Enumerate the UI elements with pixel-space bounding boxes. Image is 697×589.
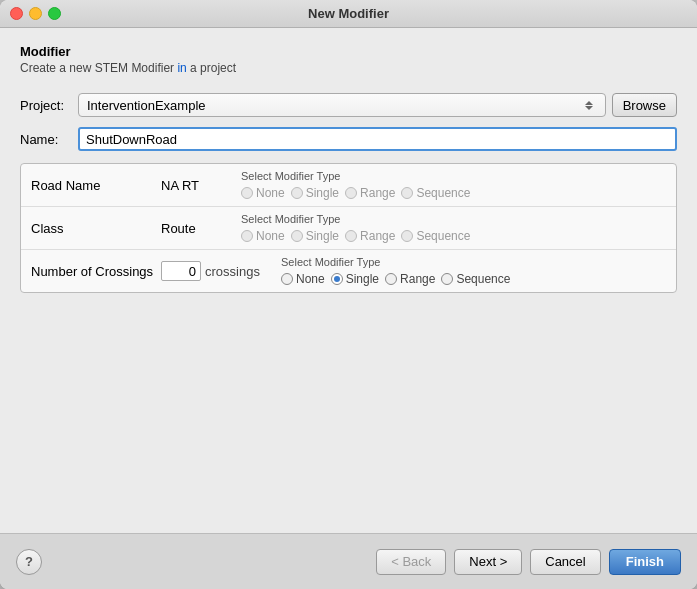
modifier-section-class: Select Modifier Type None Single Rang bbox=[241, 213, 666, 243]
radio-sequence-road[interactable]: Sequence bbox=[401, 186, 470, 200]
back-button[interactable]: < Back bbox=[376, 549, 446, 575]
table-row: Class Route Select Modifier Type None Si… bbox=[21, 207, 676, 250]
radio-label-none-class: None bbox=[256, 229, 285, 243]
main-window: New Modifier Modifier Create a new STEM … bbox=[0, 0, 697, 589]
radio-circle-none-class bbox=[241, 230, 253, 242]
crossings-suffix: crossings bbox=[205, 264, 260, 279]
desc-plain: Create a new STEM Modifier bbox=[20, 61, 177, 75]
radio-group-crossings: None Single Range Sequence bbox=[281, 272, 666, 286]
radio-label-single-crossings: Single bbox=[346, 272, 379, 286]
radio-none-crossings[interactable]: None bbox=[281, 272, 325, 286]
radio-circle-none-road bbox=[241, 187, 253, 199]
browse-button[interactable]: Browse bbox=[612, 93, 677, 117]
section-title: Modifier bbox=[20, 44, 677, 59]
radio-circle-single-class bbox=[291, 230, 303, 242]
crossings-input-wrapper: crossings bbox=[161, 261, 281, 281]
arrow-down-icon bbox=[585, 106, 593, 110]
radio-circle-sequence-class bbox=[401, 230, 413, 242]
radio-single-road[interactable]: Single bbox=[291, 186, 339, 200]
modifier-type-label-1: Select Modifier Type bbox=[241, 170, 666, 182]
modifier-section-road-name: Select Modifier Type None Single Rang bbox=[241, 170, 666, 200]
radio-range-road[interactable]: Range bbox=[345, 186, 395, 200]
project-select-value: InterventionExample bbox=[87, 98, 206, 113]
radio-label-single-class: Single bbox=[306, 229, 339, 243]
radio-label-sequence-class: Sequence bbox=[416, 229, 470, 243]
table-row: Road Name NA RT Select Modifier Type Non… bbox=[21, 164, 676, 207]
field-class: Class bbox=[31, 221, 161, 236]
table-row: Number of Crossings crossings Select Mod… bbox=[21, 250, 676, 292]
radio-label-single-road: Single bbox=[306, 186, 339, 200]
radio-single-crossings[interactable]: Single bbox=[331, 272, 379, 286]
properties-table: Road Name NA RT Select Modifier Type Non… bbox=[20, 163, 677, 293]
radio-label-range-class: Range bbox=[360, 229, 395, 243]
bottom-bar: ? < Back Next > Cancel Finish bbox=[0, 533, 697, 589]
radio-none-class[interactable]: None bbox=[241, 229, 285, 243]
content-area: Modifier Create a new STEM Modifier in a… bbox=[0, 28, 697, 533]
value-class: Route bbox=[161, 221, 241, 236]
project-select-arrow bbox=[585, 101, 593, 110]
help-button[interactable]: ? bbox=[16, 549, 42, 575]
maximize-button[interactable] bbox=[48, 7, 61, 20]
project-row: Project: InterventionExample Browse bbox=[20, 93, 677, 117]
project-select[interactable]: InterventionExample bbox=[78, 93, 606, 117]
name-row: Name: bbox=[20, 127, 677, 151]
title-bar: New Modifier bbox=[0, 0, 697, 28]
radio-label-sequence-road: Sequence bbox=[416, 186, 470, 200]
radio-circle-sequence-road bbox=[401, 187, 413, 199]
desc-link[interactable]: in bbox=[177, 61, 186, 75]
radio-sequence-class[interactable]: Sequence bbox=[401, 229, 470, 243]
project-select-wrapper: InterventionExample Browse bbox=[78, 93, 677, 117]
radio-range-crossings[interactable]: Range bbox=[385, 272, 435, 286]
cancel-button[interactable]: Cancel bbox=[530, 549, 600, 575]
radio-circle-single-crossings bbox=[331, 273, 343, 285]
radio-range-class[interactable]: Range bbox=[345, 229, 395, 243]
modifier-type-label-2: Select Modifier Type bbox=[241, 213, 666, 225]
radio-circle-range-class bbox=[345, 230, 357, 242]
radio-circle-range-crossings bbox=[385, 273, 397, 285]
radio-label-range-crossings: Range bbox=[400, 272, 435, 286]
arrow-up-icon bbox=[585, 101, 593, 105]
radio-single-class[interactable]: Single bbox=[291, 229, 339, 243]
radio-circle-none-crossings bbox=[281, 273, 293, 285]
radio-none-road[interactable]: None bbox=[241, 186, 285, 200]
minimize-button[interactable] bbox=[29, 7, 42, 20]
modifier-section-crossings: Select Modifier Type None Single Rang bbox=[281, 256, 666, 286]
crossings-input[interactable] bbox=[161, 261, 201, 281]
radio-label-none-crossings: None bbox=[296, 272, 325, 286]
value-road-name: NA RT bbox=[161, 178, 241, 193]
desc-after: a project bbox=[187, 61, 236, 75]
name-input[interactable] bbox=[78, 127, 677, 151]
field-crossings: Number of Crossings bbox=[31, 264, 161, 279]
modifier-type-label-3: Select Modifier Type bbox=[281, 256, 666, 268]
project-label: Project: bbox=[20, 98, 70, 113]
finish-button[interactable]: Finish bbox=[609, 549, 681, 575]
next-button[interactable]: Next > bbox=[454, 549, 522, 575]
name-label: Name: bbox=[20, 132, 70, 147]
radio-circle-range-road bbox=[345, 187, 357, 199]
radio-label-sequence-crossings: Sequence bbox=[456, 272, 510, 286]
window-title: New Modifier bbox=[308, 6, 389, 21]
radio-sequence-crossings[interactable]: Sequence bbox=[441, 272, 510, 286]
radio-circle-single-road bbox=[291, 187, 303, 199]
radio-circle-sequence-crossings bbox=[441, 273, 453, 285]
radio-group-class: None Single Range Sequence bbox=[241, 229, 666, 243]
close-button[interactable] bbox=[10, 7, 23, 20]
radio-label-range-road: Range bbox=[360, 186, 395, 200]
radio-label-none-road: None bbox=[256, 186, 285, 200]
section-header: Modifier Create a new STEM Modifier in a… bbox=[20, 44, 677, 75]
radio-group-road-name: None Single Range Sequence bbox=[241, 186, 666, 200]
section-description: Create a new STEM Modifier in a project bbox=[20, 61, 677, 75]
field-road-name: Road Name bbox=[31, 178, 161, 193]
window-controls bbox=[10, 7, 61, 20]
